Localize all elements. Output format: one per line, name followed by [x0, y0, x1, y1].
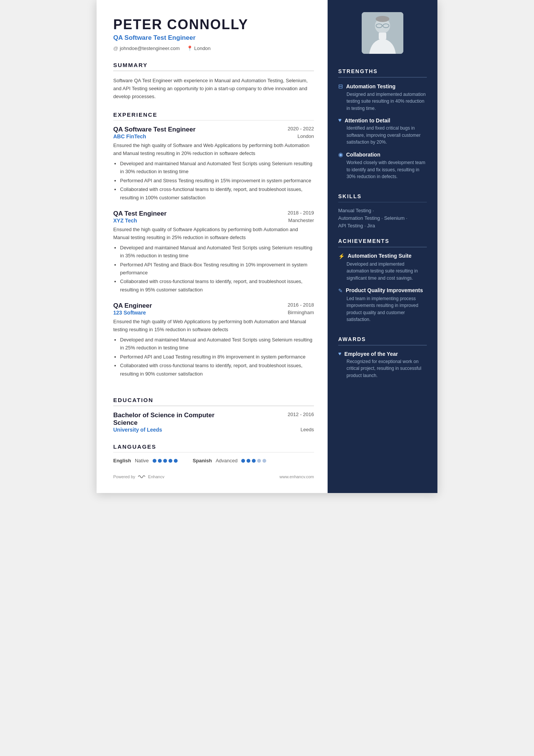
summary-section: SUMMARY Software QA Test Engineer with e… — [113, 62, 314, 101]
location-item: 📍 London — [187, 45, 211, 51]
strength-2: ◉ Collaboration Worked closely with deve… — [338, 151, 427, 180]
strength-desc-0: Designed and implemented automation test… — [338, 91, 427, 112]
awards-section: AWARDS ♥ Employee of the Year Recognized… — [328, 336, 437, 383]
lang-spanish: Spanish Advanced — [193, 458, 266, 463]
award-header-0: ♥ Employee of the Year — [338, 351, 427, 357]
strength-name-2: Collaboration — [346, 152, 380, 158]
strength-name-1: Attention to Detail — [345, 117, 390, 124]
exp-bullet-1-1: Performed API Testing and Black-Box Test… — [120, 261, 314, 277]
lang-row: English Native Spanish Advanced — [113, 458, 314, 463]
exp-company-0: ABC FinTech — [113, 133, 146, 139]
award-0: ♥ Employee of the Year Recognized for ex… — [338, 351, 427, 379]
edu-header-0: Bachelor of Science in Computer Science … — [113, 412, 314, 427]
right-column: STRENGTHS ⊟ Automation Testing Designed … — [328, 0, 437, 493]
exp-years-1: 2018 - 2019 — [288, 210, 314, 216]
footer-brand: Enhancv — [148, 474, 164, 479]
exp-bullets-1: Developed and maintained Manual and Auto… — [113, 244, 314, 294]
achieve-name-0: Automation Testing Suite — [348, 253, 412, 259]
achieve-icon-1: ✎ — [338, 288, 343, 294]
footer-left: Powered by Enhancv — [113, 474, 164, 479]
exp-bullet-1-2: Collaborated with cross-functional teams… — [120, 277, 314, 294]
education-divider — [113, 405, 314, 406]
dot-es-2 — [247, 459, 250, 463]
dot-en-5 — [174, 459, 178, 463]
exp-header-0: QA Software Test Engineer 2020 - 2022 — [113, 126, 314, 133]
exp-loc-2: Birmingham — [288, 310, 314, 316]
exp-years-0: 2020 - 2022 — [288, 126, 314, 131]
skills-divider — [338, 202, 427, 203]
exp-company-row-1: XYZ Tech Manchester — [113, 218, 314, 224]
experience-title: EXPERIENCE — [113, 111, 314, 118]
email-icon: @ — [113, 45, 118, 51]
award-desc-0: Recognized for exceptional work on criti… — [338, 358, 427, 379]
award-icon-0: ♥ — [338, 351, 341, 357]
exp-role-2: QA Engineer — [113, 302, 152, 310]
exp-company-row-0: ABC FinTech London — [113, 133, 314, 139]
exp-entry-0: QA Software Test Engineer 2020 - 2022 AB… — [113, 126, 314, 202]
lang-level-spanish: Advanced — [215, 458, 237, 463]
strength-icon-1: ♥ — [338, 117, 342, 124]
summary-title: SUMMARY — [113, 62, 314, 68]
exp-entry-1: QA Test Engineer 2018 - 2019 XYZ Tech Ma… — [113, 210, 314, 294]
location-text: London — [194, 45, 211, 51]
exp-bullet-0-1: Performed API and Stress Testing resulti… — [120, 177, 314, 185]
achieve-0: ⚡ Automation Testing Suite Developed and… — [338, 253, 427, 282]
experience-section: EXPERIENCE QA Software Test Engineer 202… — [113, 111, 314, 386]
exp-loc-0: London — [298, 133, 314, 139]
strength-icon-0: ⊟ — [338, 83, 343, 90]
email-item: @ johndoe@testengineer.com — [113, 45, 180, 51]
achieve-desc-0: Developed and implemented automation tes… — [338, 261, 427, 282]
strength-header-2: ◉ Collaboration — [338, 151, 427, 158]
enhancv-logo-icon — [137, 474, 146, 479]
strength-0: ⊟ Automation Testing Designed and implem… — [338, 83, 427, 112]
exp-bullet-2-0: Developed and maintained Manual and Auto… — [120, 336, 314, 352]
location-icon: 📍 — [187, 45, 193, 51]
lang-level-english: Native — [135, 458, 149, 463]
strength-icon-2: ◉ — [338, 151, 343, 158]
exp-years-2: 2016 - 2018 — [288, 302, 314, 308]
photo-silhouette — [362, 12, 403, 54]
exp-company-1: XYZ Tech — [113, 218, 137, 224]
skill-row-0: Manual Testing · — [338, 208, 427, 213]
awards-divider — [338, 345, 427, 346]
summary-text: Software QA Test Engineer with experienc… — [113, 77, 314, 101]
skills-title: SKILLS — [338, 193, 427, 199]
languages-section: LANGUAGES English Native Spanish — [113, 443, 314, 464]
exp-role-1: QA Test Engineer — [113, 210, 167, 218]
achieve-header-0: ⚡ Automation Testing Suite — [338, 253, 427, 260]
edu-school-0: University of Leeds — [113, 427, 162, 433]
footer-powered-by: Powered by — [113, 474, 135, 479]
dot-en-3 — [163, 459, 167, 463]
achieve-desc-1: Led team in implementing process improve… — [338, 295, 427, 323]
skill-row-2: API Testing · Jira — [338, 223, 427, 229]
exp-role-0: QA Software Test Engineer — [113, 126, 195, 133]
dot-en-4 — [169, 459, 172, 463]
photo-area — [328, 0, 437, 62]
exp-bullet-0-2: Collaborated with cross-functional teams… — [120, 185, 314, 202]
exp-bullet-2-2: Collaborated with cross-functional teams… — [120, 362, 314, 378]
languages-divider — [113, 452, 314, 453]
candidate-title: QA Software Test Engineer — [113, 34, 314, 42]
svg-rect-6 — [379, 33, 386, 39]
lang-name-english: English — [113, 458, 131, 463]
lang-english: English Native — [113, 458, 178, 463]
exp-header-2: QA Engineer 2016 - 2018 — [113, 302, 314, 310]
dot-en-1 — [153, 459, 156, 463]
exp-company-row-2: 123 Software Birmingham — [113, 310, 314, 316]
strengths-section: STRENGTHS ⊟ Automation Testing Designed … — [328, 68, 437, 186]
edu-school-row-0: University of Leeds Leeds — [113, 427, 314, 433]
skills-section: SKILLS Manual Testing · Automation Testi… — [328, 193, 437, 231]
achieve-header-1: ✎ Product Quality Improvements — [338, 287, 427, 294]
exp-desc-0: Ensured the high quality of Software and… — [113, 142, 314, 158]
skill-row-1: Automation Testing · Selenium · — [338, 215, 427, 221]
strengths-divider — [338, 77, 427, 78]
candidate-photo — [362, 12, 403, 54]
strength-1: ♥ Attention to Detail Identified and fix… — [338, 117, 427, 146]
education-title: EDUCATION — [113, 397, 314, 403]
exp-bullets-2: Developed and maintained Manual and Auto… — [113, 336, 314, 378]
dot-es-5 — [262, 459, 266, 463]
achievements-divider — [338, 247, 427, 247]
strength-desc-2: Worked closely with development team to … — [338, 159, 427, 180]
exp-entry-2: QA Engineer 2016 - 2018 123 Software Bir… — [113, 302, 314, 378]
lang-dots-spanish — [241, 459, 266, 463]
